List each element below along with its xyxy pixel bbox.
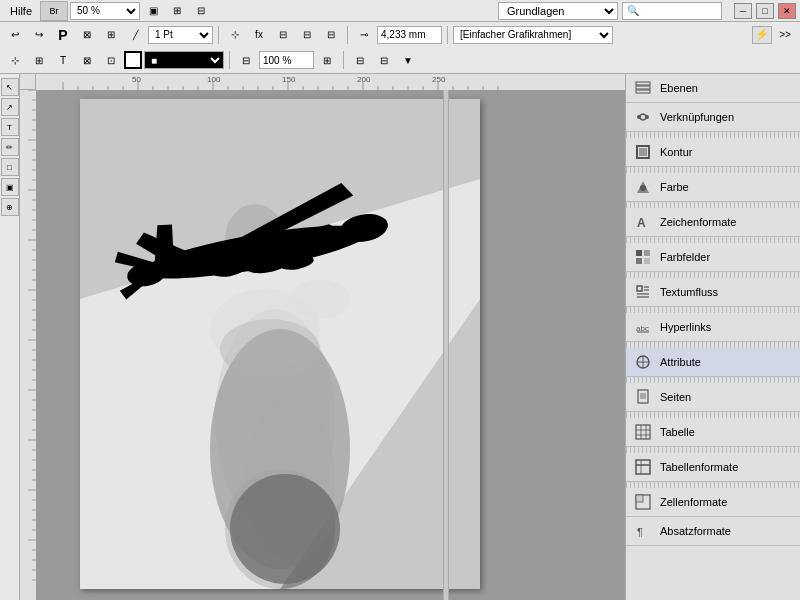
tool-r2-5[interactable]: ⊡ bbox=[100, 50, 122, 70]
align-btn-1[interactable]: ⊟ bbox=[349, 50, 371, 70]
expand-button[interactable]: >> bbox=[774, 25, 796, 45]
zellenformate-icon bbox=[634, 493, 652, 511]
svg-point-26 bbox=[637, 115, 641, 119]
undo-button[interactable]: ↩ bbox=[4, 25, 26, 45]
airplane-silhouette bbox=[100, 159, 390, 339]
tool-r2-1[interactable]: ⊹ bbox=[4, 50, 26, 70]
frame-type-dropdown[interactable]: [Einfacher Grafikrahmen] bbox=[453, 26, 613, 44]
menu-hilfe[interactable]: Hilfe bbox=[4, 3, 38, 19]
panel-group-verknuepfungen: Verknüpfungen bbox=[626, 103, 800, 132]
align-right[interactable]: ⊟ bbox=[320, 25, 342, 45]
hyperlinks-label: Hyperlinks bbox=[660, 321, 711, 333]
svg-rect-25 bbox=[636, 82, 650, 85]
panel-header-ebenen[interactable]: Ebenen bbox=[626, 74, 800, 102]
panel-group-seiten: Seiten bbox=[626, 383, 800, 412]
close-button[interactable]: ✕ bbox=[778, 3, 796, 19]
align-left[interactable]: ⊟ bbox=[272, 25, 294, 45]
fill-color-dropdown[interactable]: ■ bbox=[144, 51, 224, 69]
stroke-weight-dropdown[interactable]: 1 Pt bbox=[148, 26, 213, 44]
farbe-label: Farbe bbox=[660, 181, 689, 193]
panel-header-verknuepfungen[interactable]: Verknüpfungen bbox=[626, 103, 800, 131]
tool-fill[interactable]: ▣ bbox=[1, 178, 19, 196]
panel-header-farbfelder[interactable]: Farbfelder bbox=[626, 243, 800, 271]
ruler-corner bbox=[20, 74, 36, 90]
align-center[interactable]: ⊟ bbox=[296, 25, 318, 45]
right-panel: EbenenVerknüpfungenKonturFarbeAZeichenfo… bbox=[625, 74, 800, 600]
tool-r2-3[interactable]: T bbox=[52, 50, 74, 70]
seiten-label: Seiten bbox=[660, 391, 691, 403]
verknuepfungen-icon bbox=[634, 108, 652, 126]
zoom-dropdown[interactable]: 50 % 75 % 100 % bbox=[70, 2, 140, 20]
canvas-area[interactable] bbox=[20, 74, 625, 600]
toolbar-row2: ⊹ ⊞ T ⊠ ⊡ ■ ⊟ ⊞ ⊟ ⊟ ▼ bbox=[0, 48, 800, 74]
br-button[interactable]: Br bbox=[40, 1, 68, 21]
search-input[interactable] bbox=[622, 2, 722, 20]
svg-text:A: A bbox=[637, 216, 646, 230]
pen-tool-button[interactable]: P bbox=[52, 25, 74, 45]
tabellenformate-icon bbox=[634, 458, 652, 476]
left-tools-panel: ↖ ↗ T ✏ □ ▣ ⊕ bbox=[0, 74, 20, 600]
view-mode-3[interactable]: ⊟ bbox=[190, 1, 212, 21]
svg-rect-34 bbox=[636, 258, 642, 264]
view-mode-2[interactable]: ⊞ bbox=[166, 1, 188, 21]
textumfluss-icon bbox=[634, 283, 652, 301]
arrow-dropdown[interactable]: ▼ bbox=[397, 50, 419, 70]
ebenen-label: Ebenen bbox=[660, 82, 698, 94]
hyperlinks-icon: abc bbox=[634, 318, 652, 336]
main-area: ↖ ↗ T ✏ □ ▣ ⊕ bbox=[0, 74, 800, 600]
formula-tool[interactable]: fx bbox=[248, 25, 270, 45]
svg-rect-49 bbox=[636, 425, 650, 439]
tool-shape[interactable]: □ bbox=[1, 158, 19, 176]
select-tool[interactable]: ⊹ bbox=[224, 25, 246, 45]
width-input[interactable] bbox=[377, 26, 442, 44]
svg-rect-45 bbox=[638, 390, 648, 403]
zeichenformate-label: Zeichenformate bbox=[660, 216, 736, 228]
sep3 bbox=[447, 26, 448, 44]
panel-header-kontur[interactable]: Kontur bbox=[626, 138, 800, 166]
panel-header-tabelle[interactable]: Tabelle bbox=[626, 418, 800, 446]
redo-button[interactable]: ↪ bbox=[28, 25, 50, 45]
transform-1[interactable]: ⊠ bbox=[76, 25, 98, 45]
panel-header-zellenformate[interactable]: Zellenformate bbox=[626, 488, 800, 516]
svg-rect-24 bbox=[636, 86, 650, 89]
svg-point-30 bbox=[640, 185, 646, 191]
stroke-color[interactable] bbox=[124, 51, 142, 69]
panel-header-absatzformate[interactable]: ¶Absatzformate bbox=[626, 517, 800, 545]
panel-header-textumfluss[interactable]: Textumfluss bbox=[626, 278, 800, 306]
transform-2[interactable]: ⊞ bbox=[100, 25, 122, 45]
minimize-button[interactable]: ─ bbox=[734, 3, 752, 19]
stroke-icon: ╱ bbox=[124, 25, 146, 45]
panel-header-farbe[interactable]: Farbe bbox=[626, 173, 800, 201]
farbfelder-icon bbox=[634, 248, 652, 266]
tool-direct-select[interactable]: ↗ bbox=[1, 98, 19, 116]
tool-pen[interactable]: ✏ bbox=[1, 138, 19, 156]
panel-header-hyperlinks[interactable]: abcHyperlinks bbox=[626, 313, 800, 341]
tool-text[interactable]: T bbox=[1, 118, 19, 136]
panel-header-zeichenformate[interactable]: AZeichenformate bbox=[626, 208, 800, 236]
toolbar-row1: ↩ ↪ P ⊠ ⊞ ╱ 1 Pt ⊹ fx ⊟ ⊟ ⊟ ⊸ [Einfacher… bbox=[0, 22, 800, 48]
tool-r2-2[interactable]: ⊞ bbox=[28, 50, 50, 70]
lightning-button[interactable]: ⚡ bbox=[752, 26, 772, 44]
panel-group-zeichenformate: AZeichenformate bbox=[626, 208, 800, 237]
align-btn-2[interactable]: ⊟ bbox=[373, 50, 395, 70]
view-mode-1[interactable]: ▣ bbox=[142, 1, 164, 21]
zoom-in-btn[interactable]: ⊞ bbox=[316, 50, 338, 70]
zoom-input[interactable] bbox=[259, 51, 314, 69]
panel-header-seiten[interactable]: Seiten bbox=[626, 383, 800, 411]
seiten-icon bbox=[634, 388, 652, 406]
panel-resize-handle[interactable] bbox=[443, 74, 449, 600]
panel-header-attribute[interactable]: Attribute bbox=[626, 348, 800, 376]
svg-rect-29 bbox=[639, 148, 647, 156]
panel-header-tabellenformate[interactable]: Tabellenformate bbox=[626, 453, 800, 481]
svg-point-9 bbox=[230, 474, 340, 584]
tool-r2-4[interactable]: ⊠ bbox=[76, 50, 98, 70]
maximize-button[interactable]: □ bbox=[756, 3, 774, 19]
absatzformate-icon: ¶ bbox=[634, 522, 652, 540]
verknuepfungen-label: Verknüpfungen bbox=[660, 111, 734, 123]
tool-zoom[interactable]: ⊕ bbox=[1, 198, 19, 216]
tool-select[interactable]: ↖ bbox=[1, 78, 19, 96]
zoom-out-btn[interactable]: ⊟ bbox=[235, 50, 257, 70]
panel-group-farbe: Farbe bbox=[626, 173, 800, 202]
grundlagen-dropdown[interactable]: Grundlagen bbox=[498, 2, 618, 20]
panel-group-textumfluss: Textumfluss bbox=[626, 278, 800, 307]
